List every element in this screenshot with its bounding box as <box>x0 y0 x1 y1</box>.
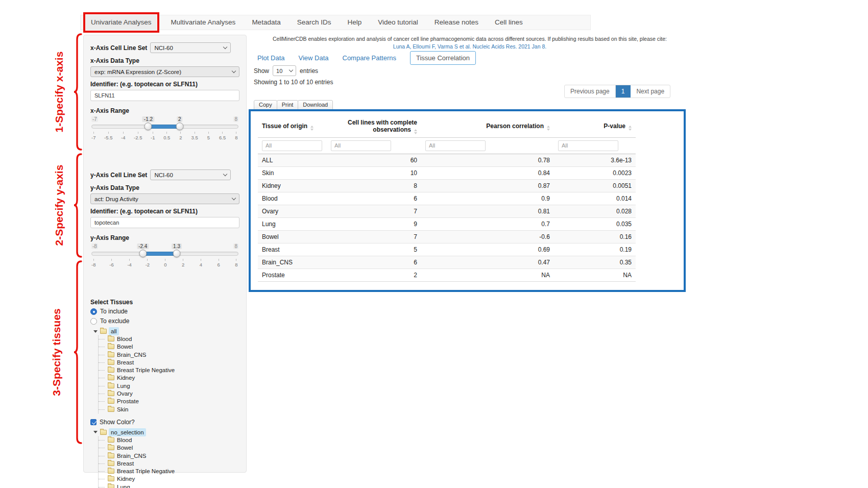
column-header-cell-lines[interactable]: Cell lines with complete observations <box>327 115 421 137</box>
tree-item-tissue[interactable]: Brain_CNS <box>99 351 239 359</box>
radio-to-include[interactable]: To include <box>90 308 239 315</box>
filter-pvalue-input[interactable] <box>558 140 618 151</box>
filter-cell-lines-input[interactable] <box>331 140 391 151</box>
tick-label: 6 <box>216 259 221 267</box>
previous-page-button[interactable]: Previous page <box>565 85 616 97</box>
table-row[interactable]: Skin 10 0.84 0.0023 <box>258 166 636 179</box>
tree-item-tissue[interactable]: Skin <box>99 406 239 413</box>
table-row[interactable]: Lung 9 0.7 0.035 <box>258 217 636 230</box>
table-row[interactable]: Brain_CNS 6 0.47 0.35 <box>258 256 636 269</box>
folder-icon <box>100 329 107 334</box>
nav-tab-video-tutorial[interactable]: Video tutorial <box>376 15 420 30</box>
tree-root-all[interactable]: all <box>93 327 239 335</box>
tick-label: -2.5 <box>134 132 142 140</box>
tab-compare-patterns[interactable]: Compare Patterns <box>343 54 397 62</box>
table-row[interactable]: ALL 60 0.78 3.6e-13 <box>258 154 636 166</box>
filter-tissue-input[interactable] <box>262 140 322 151</box>
y-data-type-label: y-Axis Data Type <box>90 184 239 191</box>
radio-unselected-icon <box>90 318 97 325</box>
table-row[interactable]: Bowel 7 -0.6 0.16 <box>258 230 636 243</box>
download-button[interactable]: Download <box>298 100 333 110</box>
column-header-tissue[interactable]: Tissue of origin <box>258 115 327 137</box>
radio-selected-icon <box>90 308 97 315</box>
table-row[interactable]: Blood 6 0.9 0.014 <box>258 192 636 205</box>
radio-to-exclude[interactable]: To exclude <box>90 318 239 325</box>
print-button[interactable]: Print <box>277 100 299 110</box>
slider-handle-from[interactable] <box>144 123 152 130</box>
tree-item-tissue[interactable]: Ovary <box>99 390 239 398</box>
tree-item-tissue[interactable]: Breast <box>99 460 239 468</box>
x-axis-range-slider[interactable]: -7 8 -1.2 2 -7-5.5-4-2.5-10.523.556.58 <box>91 116 238 143</box>
citation-link[interactable]: Luna A, Elloumi F, Varma S et al. Nuclei… <box>255 43 684 50</box>
tick-label: -8 <box>91 259 95 267</box>
y-data-type-select[interactable]: act: Drug Activity <box>90 193 239 204</box>
x-data-type-select[interactable]: exp: mRNA Expression (Z-Score) <box>90 66 239 77</box>
folder-icon <box>108 469 114 474</box>
cell-pvalue: 0.16 <box>554 230 636 243</box>
nav-tab-cell-lines[interactable]: Cell lines <box>493 15 525 30</box>
cell-tissue: Kidney <box>258 179 327 192</box>
cell-pvalue: 0.35 <box>554 256 636 269</box>
tree-item-tissue[interactable]: Bowel <box>99 343 239 351</box>
tree-item-tissue[interactable]: Bowel <box>99 444 239 452</box>
tree-item-tissue[interactable]: Blood <box>99 436 239 444</box>
sort-icon <box>310 126 314 131</box>
tab-view-data[interactable]: View Data <box>298 54 328 62</box>
tick-label: 2 <box>179 132 183 140</box>
slider-selected-bar[interactable] <box>143 252 177 256</box>
nav-tab-metadata[interactable]: Metadata <box>250 15 282 30</box>
copy-button[interactable]: Copy <box>254 100 277 110</box>
tree-item-tissue[interactable]: Breast <box>99 359 239 367</box>
slider-handle-to[interactable] <box>173 250 181 257</box>
nav-tab-release-notes[interactable]: Release notes <box>432 15 480 30</box>
tree-item-tissue[interactable]: Lung <box>99 382 239 390</box>
cell-pearson: 0.84 <box>421 166 554 179</box>
tree-root-no-selection[interactable]: no_selection <box>93 428 239 436</box>
tree-item-tissue[interactable]: Kidney <box>99 475 239 483</box>
chevron-down-icon <box>223 172 227 176</box>
y-cell-line-set-select[interactable]: NCI-60 <box>150 169 231 180</box>
entries-count-select[interactable]: 10 <box>273 65 296 76</box>
tab-plot-data[interactable]: Plot Data <box>257 54 284 62</box>
x-cell-line-set-select[interactable]: NCI-60 <box>150 42 231 53</box>
slider-selected-bar[interactable] <box>148 125 179 129</box>
cell-cell-lines: 5 <box>327 243 421 256</box>
nav-tab-univariate-analyses[interactable]: Univariate Analyses <box>86 15 157 30</box>
page-1-button[interactable]: 1 <box>616 85 631 97</box>
expand-arrow-icon[interactable] <box>93 330 98 333</box>
next-page-button[interactable]: Next page <box>631 85 670 97</box>
tab-tissue-correlation[interactable]: Tissue Correlation <box>410 51 476 65</box>
cell-pearson: 0.81 <box>421 205 554 217</box>
nav-tab-multivariate-analyses[interactable]: Multivariate Analyses <box>169 15 238 30</box>
tree-item-tissue[interactable]: Brain_CNS <box>99 452 239 460</box>
chevron-down-icon <box>232 196 236 200</box>
table-row[interactable]: Kidney 8 0.87 0.0051 <box>258 179 636 192</box>
cell-cell-lines: 7 <box>327 230 421 243</box>
nav-tab-help[interactable]: Help <box>345 15 364 30</box>
x-identifier-input[interactable] <box>90 90 239 101</box>
cell-tissue: Skin <box>258 166 327 179</box>
folder-icon <box>108 437 114 443</box>
column-header-pearson[interactable]: Pearson correlation <box>421 115 554 137</box>
tree-item-tissue[interactable]: Prostate <box>99 398 239 405</box>
tree-item-tissue[interactable]: Breast Triple Negative <box>99 468 239 475</box>
table-row[interactable]: Breast 5 0.69 0.19 <box>258 243 636 256</box>
slider-handle-to[interactable] <box>176 123 183 130</box>
show-color-checkbox[interactable]: Show Color? <box>90 419 239 426</box>
tree-item-tissue[interactable]: Blood <box>99 335 239 343</box>
tick-label: 8 <box>234 132 238 140</box>
column-header-pvalue[interactable]: P-value <box>554 115 636 137</box>
cell-pearson: 0.69 <box>421 243 554 256</box>
expand-arrow-icon[interactable] <box>93 431 98 433</box>
table-row[interactable]: Ovary 7 0.81 0.028 <box>258 205 636 217</box>
tree-item-tissue[interactable]: Breast Triple Negative <box>99 367 239 374</box>
tree-item-tissue[interactable]: Lung <box>99 483 239 488</box>
tree-item-tissue[interactable]: Kidney <box>99 374 239 382</box>
y-identifier-input[interactable] <box>90 217 239 228</box>
slider-handle-from[interactable] <box>139 250 147 257</box>
y-range-label: y-Axis Range <box>90 234 239 241</box>
filter-pearson-input[interactable] <box>425 140 486 151</box>
table-row[interactable]: Prostate 2 NA NA <box>258 269 636 281</box>
nav-tab-search-ids[interactable]: Search IDs <box>295 15 333 30</box>
y-axis-range-slider[interactable]: -8 8 -2.4 1.3 -8-6-4-202468 <box>91 243 238 270</box>
